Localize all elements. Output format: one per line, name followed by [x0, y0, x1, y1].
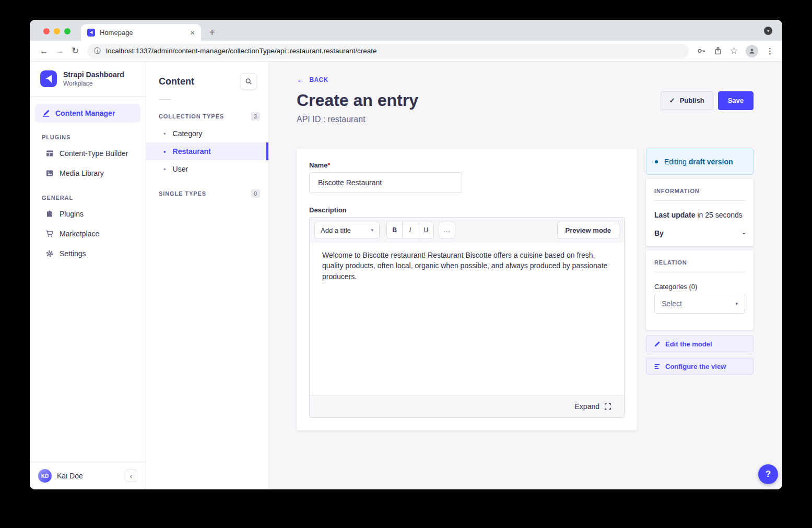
title-style-select[interactable]: Add a title ▾: [314, 222, 380, 238]
sidebar-item-content-manager[interactable]: Content Manager: [35, 104, 140, 123]
new-tab-button[interactable]: +: [204, 25, 220, 40]
sidebar-section-plugins: PLUGINS: [30, 123, 146, 143]
name-field[interactable]: [309, 172, 462, 193]
avatar: KD: [38, 469, 52, 483]
italic-button[interactable]: I: [402, 222, 418, 238]
back-label: BACK: [309, 76, 328, 83]
subnav-item-restaurant[interactable]: • Restaurant: [146, 142, 268, 160]
search-button[interactable]: [240, 73, 257, 90]
by-row: By -: [654, 229, 745, 237]
save-button[interactable]: Save: [718, 91, 754, 110]
api-id-subtitle: API ID : restaurant: [297, 115, 754, 124]
bold-button[interactable]: B: [386, 222, 403, 238]
user-profile-row[interactable]: KD Kai Doe ‹: [30, 462, 146, 489]
sidebar-item-media-library[interactable]: Media Library: [30, 163, 146, 183]
puzzle-icon: [45, 210, 54, 218]
user-name: Kai Doe: [57, 472, 120, 480]
bullet-icon: •: [163, 166, 166, 173]
browser-toolbar: ← → ↻ ⓘ localhost:1337/admin/content-man…: [30, 41, 782, 62]
close-window-button[interactable]: [43, 28, 50, 34]
browser-profile-avatar[interactable]: [746, 45, 758, 57]
sidebar-item-plugins[interactable]: Plugins: [30, 204, 146, 224]
password-key-icon[interactable]: [697, 46, 706, 55]
format-button-group: B I U: [386, 222, 434, 238]
name-field-label: Name*: [309, 161, 625, 169]
categories-field-label: Categories (0): [654, 283, 745, 291]
brand-subtitle: Workplace: [63, 80, 124, 87]
divider: [654, 200, 745, 201]
count-badge: 3: [251, 112, 260, 121]
required-mark: *: [327, 161, 330, 169]
preview-mode-button[interactable]: Preview mode: [557, 222, 619, 238]
editor-footer: Expand: [310, 395, 624, 417]
site-info-icon[interactable]: ⓘ: [94, 46, 101, 56]
chevron-down-icon: ▾: [735, 301, 738, 306]
page-title: Create an entry: [297, 91, 418, 110]
back-link[interactable]: ← BACK: [297, 75, 754, 84]
relation-title: RELATION: [654, 259, 745, 266]
sidebar-item-label: Media Library: [60, 169, 104, 177]
workspace-brand[interactable]: Strapi Dashboard Workplace: [30, 62, 146, 97]
expand-label[interactable]: Expand: [575, 402, 599, 411]
underline-button[interactable]: U: [418, 222, 434, 238]
edit-model-button[interactable]: Edit the model: [646, 335, 754, 352]
main-sidebar: Strapi Dashboard Workplace Content Manag…: [30, 62, 146, 489]
group-label: COLLECTION TYPES: [159, 113, 224, 119]
divider: [654, 272, 745, 272]
content-subnav: Content COLLECTION TYPES 3 • Category • …: [146, 62, 269, 489]
status-dot-icon: [655, 160, 658, 163]
sidebar-item-label: Content-Type Builder: [60, 149, 128, 158]
information-card: INFORMATION Last update in 25 seconds By…: [646, 179, 754, 246]
sidebar-item-label: Plugins: [60, 210, 84, 218]
bullet-icon: •: [163, 130, 166, 137]
pencil-square-icon: [42, 109, 50, 117]
subnav-item-category[interactable]: • Category: [146, 125, 268, 142]
toolbar-actions: ☆ ⋮: [697, 45, 774, 57]
collapse-sidebar-button[interactable]: ‹: [125, 470, 137, 482]
count-badge: 0: [251, 189, 260, 198]
information-title: INFORMATION: [654, 188, 745, 194]
url-bar[interactable]: ⓘ localhost:1337/admin/content-manager/c…: [87, 44, 689, 58]
maximize-window-button[interactable]: [64, 28, 70, 34]
sidebar-item-content-type-builder[interactable]: Content-Type Builder: [30, 143, 146, 163]
reload-icon[interactable]: ↻: [67, 45, 83, 56]
expand-icon[interactable]: [604, 403, 611, 410]
entry-form-card: Name* Description Add a title ▾: [297, 149, 637, 430]
publish-button[interactable]: ✓ Publish: [661, 91, 713, 110]
help-button[interactable]: ?: [758, 464, 778, 484]
brand-title: Strapi Dashboard: [63, 70, 124, 80]
more-formats-button[interactable]: ...: [439, 222, 455, 238]
bookmark-star-icon[interactable]: ☆: [730, 45, 738, 56]
description-textarea[interactable]: Welcome to Biscotte restaurant! Restaura…: [310, 243, 624, 395]
draft-status-text: Editing draft version: [664, 158, 733, 166]
sidebar-item-marketplace[interactable]: Marketplace: [30, 224, 146, 244]
pencil-icon: [654, 341, 661, 347]
sidebar-section-general: GENERAL: [30, 183, 146, 204]
back-nav-icon[interactable]: ←: [36, 46, 52, 56]
description-editor: Add a title ▾ B I U ... Preview mode: [309, 217, 625, 418]
cart-icon: [45, 230, 54, 238]
strapi-app: Strapi Dashboard Workplace Content Manag…: [30, 62, 782, 489]
forward-nav-icon[interactable]: →: [52, 46, 67, 56]
subnav-item-label: Category: [173, 129, 203, 138]
sidebar-item-settings[interactable]: Settings: [30, 244, 146, 263]
minimize-window-button[interactable]: [54, 28, 60, 34]
back-arrow-icon: ←: [297, 75, 304, 84]
configure-view-button[interactable]: Configure the view: [646, 358, 754, 375]
description-field-label: Description: [309, 206, 625, 214]
share-icon[interactable]: [714, 46, 722, 55]
check-icon: ✓: [669, 97, 675, 104]
group-label: SINGLE TYPES: [159, 190, 206, 197]
close-tab-icon[interactable]: ×: [190, 29, 195, 37]
window-controls: [43, 28, 70, 34]
categories-select[interactable]: Select ▾: [654, 294, 745, 314]
browser-tab[interactable]: Homepage ×: [81, 24, 201, 41]
person-icon: [748, 47, 756, 55]
subnav-item-user[interactable]: • User: [146, 160, 268, 178]
subnav-item-label: Restaurant: [173, 147, 211, 155]
browser-window: Homepage × + ▾ ← → ↻ ⓘ localhost:1337/ad…: [30, 20, 782, 489]
entry-aside: Editing draft version INFORMATION Last u…: [646, 149, 754, 375]
browser-menu-icon[interactable]: ⋮: [766, 46, 774, 56]
editor-toolbar: Add a title ▾ B I U ... Preview mode: [310, 218, 624, 243]
tab-search-icon[interactable]: ▾: [764, 27, 772, 35]
